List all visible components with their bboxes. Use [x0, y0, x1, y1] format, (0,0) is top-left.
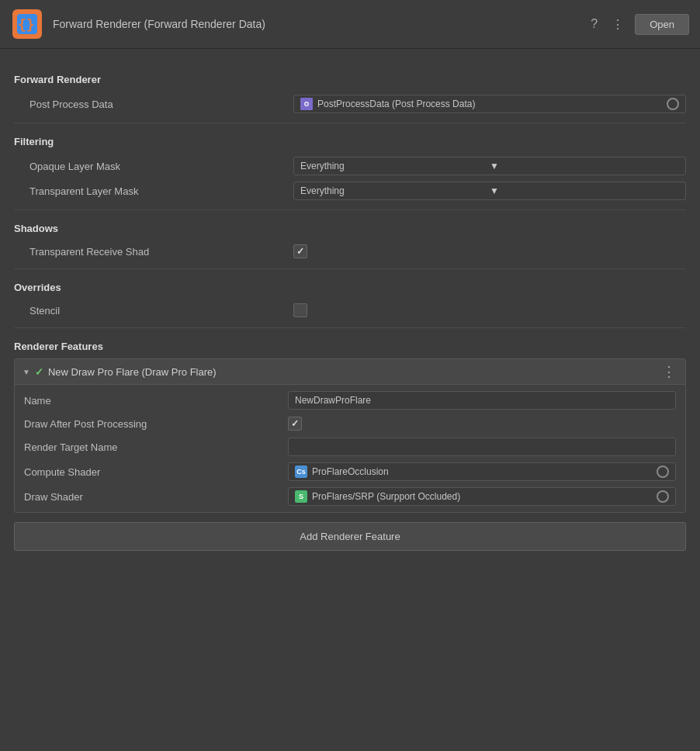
opaque-layer-mask-text: Everything — [300, 161, 490, 171]
stencil-checkbox[interactable] — [293, 303, 307, 317]
render-target-name-label: Render Target Name — [24, 441, 288, 453]
opaque-layer-mask-label: Opaque Layer Mask — [29, 161, 293, 172]
transparent-layer-mask-text: Everything — [300, 185, 490, 196]
divider-4 — [14, 327, 686, 328]
transparent-receive-shadows-label: Transparent Receive Shad — [29, 246, 293, 258]
open-button[interactable]: Open — [635, 14, 689, 35]
overrides-header: Overrides — [14, 282, 686, 293]
transparent-layer-mask-value: Everything ▼ — [293, 182, 686, 200]
feature-name-label: Name — [24, 395, 288, 407]
feature-menu-button[interactable]: ⋮ — [660, 365, 677, 379]
opaque-layer-mask-dropdown[interactable]: Everything ▼ — [293, 157, 686, 175]
divider-3 — [14, 268, 686, 269]
feature-name-row: Name — [15, 388, 685, 413]
post-process-data-text: PostProcessData (Post Process Data) — [317, 99, 662, 109]
pp-icon — [300, 98, 313, 110]
draw-after-post-processing-value — [288, 417, 676, 431]
svg-point-5 — [306, 103, 308, 106]
post-process-data-label: Post Process Data — [29, 99, 293, 110]
post-process-data-field[interactable]: PostProcessData (Post Process Data) — [293, 95, 686, 113]
post-process-data-row: Post Process Data PostProcessData (Post … — [14, 92, 686, 116]
compute-shader-label: Compute Shader — [24, 466, 288, 478]
compute-shader-target-circle[interactable] — [657, 465, 669, 478]
divider-2 — [14, 209, 686, 210]
post-process-target-circle[interactable] — [667, 98, 679, 110]
app-logo: {} — [11, 8, 43, 40]
render-target-name-value — [288, 438, 676, 456]
transparent-receive-shadows-checkbox[interactable] — [293, 244, 307, 258]
transparent-layer-mask-label: Transparent Layer Mask — [29, 185, 293, 197]
render-target-name-input[interactable] — [288, 438, 676, 456]
draw-shader-label: Draw Shader — [24, 491, 288, 503]
cs-icon: Cs — [295, 465, 307, 478]
filtering-header: Filtering — [14, 136, 686, 147]
opaque-layer-mask-value: Everything ▼ — [293, 157, 686, 175]
transparent-layer-mask-row: Transparent Layer Mask Everything ▼ — [14, 178, 686, 203]
window-title: Forward Renderer (Forward Renderer Data) — [53, 18, 578, 30]
stencil-row: Stencil — [14, 299, 686, 321]
title-bar: {} Forward Renderer (Forward Renderer Da… — [0, 0, 700, 49]
feature-body: Name Draw After Post Processing Render T… — [15, 385, 685, 512]
compute-shader-value: Cs ProFlareOcclusion — [288, 462, 676, 481]
post-process-data-value: PostProcessData (Post Process Data) — [293, 95, 686, 113]
draw-shader-field[interactable]: S ProFlares/SRP (Surpport Occluded) — [288, 487, 676, 506]
title-bar-actions: ? ⋮ Open — [587, 14, 689, 35]
draw-after-post-processing-row: Draw After Post Processing — [15, 413, 685, 434]
feature-enabled-check: ✓ — [35, 366, 43, 378]
transparent-receive-shadows-value — [293, 244, 686, 258]
transparent-layer-mask-dropdown[interactable]: Everything ▼ — [293, 182, 686, 200]
feature-name-value — [288, 391, 676, 410]
shadows-header: Shadows — [14, 223, 686, 234]
compute-shader-text: ProFlareOcclusion — [312, 466, 652, 477]
feature-name-input[interactable] — [288, 391, 676, 410]
shader-icon: S — [295, 490, 307, 503]
menu-button[interactable]: ⋮ — [608, 16, 627, 33]
feature-header: ▼ ✓ New Draw Pro Flare (Draw Pro Flare) … — [15, 359, 685, 385]
draw-shader-row: Draw Shader S ProFlares/SRP (Surpport Oc… — [15, 484, 685, 509]
main-content: Forward Renderer Post Process Data PostP… — [0, 49, 700, 563]
stencil-label: Stencil — [29, 305, 293, 317]
transparent-dropdown-arrow: ▼ — [490, 185, 679, 196]
compute-shader-row: Compute Shader Cs ProFlareOcclusion — [15, 459, 685, 484]
add-renderer-feature-button[interactable]: Add Renderer Feature — [14, 522, 686, 551]
transparent-receive-shadows-row: Transparent Receive Shad — [14, 241, 686, 262]
draw-after-post-processing-checkbox[interactable] — [288, 417, 302, 431]
forward-renderer-header: Forward Renderer — [14, 74, 686, 85]
stencil-value — [293, 303, 686, 317]
help-button[interactable]: ? — [587, 16, 601, 33]
opaque-dropdown-arrow: ▼ — [490, 161, 679, 171]
svg-text:{}: {} — [18, 16, 35, 33]
opaque-layer-mask-row: Opaque Layer Mask Everything ▼ — [14, 154, 686, 178]
draw-shader-text: ProFlares/SRP (Surpport Occluded) — [312, 491, 652, 502]
feature-item-draw-pro-flare: ▼ ✓ New Draw Pro Flare (Draw Pro Flare) … — [14, 358, 686, 513]
draw-shader-value: S ProFlares/SRP (Surpport Occluded) — [288, 487, 676, 506]
compute-shader-field[interactable]: Cs ProFlareOcclusion — [288, 462, 676, 481]
feature-title: New Draw Pro Flare (Draw Pro Flare) — [48, 366, 656, 378]
render-target-name-row: Render Target Name — [15, 434, 685, 459]
divider-1 — [14, 123, 686, 123]
feature-expand-icon[interactable]: ▼ — [23, 368, 30, 376]
draw-after-post-processing-label: Draw After Post Processing — [24, 418, 288, 430]
draw-shader-target-circle[interactable] — [657, 490, 669, 503]
renderer-features-header: Renderer Features — [14, 341, 686, 352]
